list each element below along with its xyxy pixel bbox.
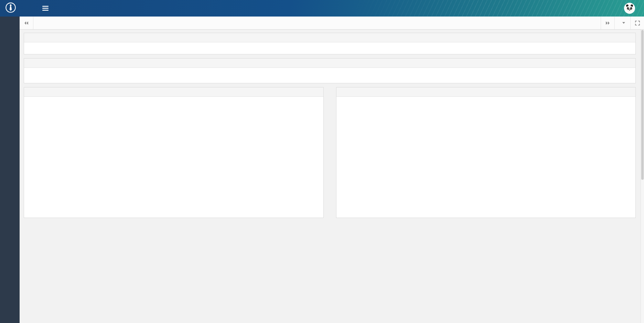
fullscreen-button[interactable] [630,17,644,29]
tabs-scroll-left-button[interactable] [20,17,33,29]
open-tabs [33,17,601,29]
info-panels-row [24,87,636,218]
chevron-down-icon [622,22,625,24]
realtime-gauges-panel [24,33,636,54]
panel-header [24,33,635,42]
double-chevron-left-icon [24,21,29,25]
user-menu[interactable] [624,3,644,14]
fullscreen-icon [635,21,640,25]
tab-bar [20,17,644,30]
sidebar-menu [0,17,20,323]
gauges-row [24,42,635,54]
line-chart-area [24,73,635,83]
main-content [20,30,644,323]
tab-operations-dropdown[interactable] [614,17,630,29]
tabs-scroll-right-button[interactable] [601,17,614,29]
server-info-panel [24,87,324,218]
top-navbar [0,0,644,17]
hamburger-icon [42,6,49,11]
vertical-scrollbar[interactable] [641,30,644,323]
panel-header [336,87,636,97]
panel-header [24,59,635,68]
database-info-panel [336,87,636,218]
avatar[interactable] [624,3,635,14]
brand-logo[interactable] [0,2,20,15]
scrollbar-thumb[interactable] [641,30,644,180]
server-info-list [24,97,323,107]
panel-header [24,87,323,97]
sidebar-toggle-button[interactable] [42,6,49,11]
realtime-chart-panel [24,58,636,83]
panda-avatar-icon [625,3,634,13]
database-info-list [336,97,636,107]
brand-icon [5,2,17,15]
double-chevron-right-icon [605,21,610,25]
